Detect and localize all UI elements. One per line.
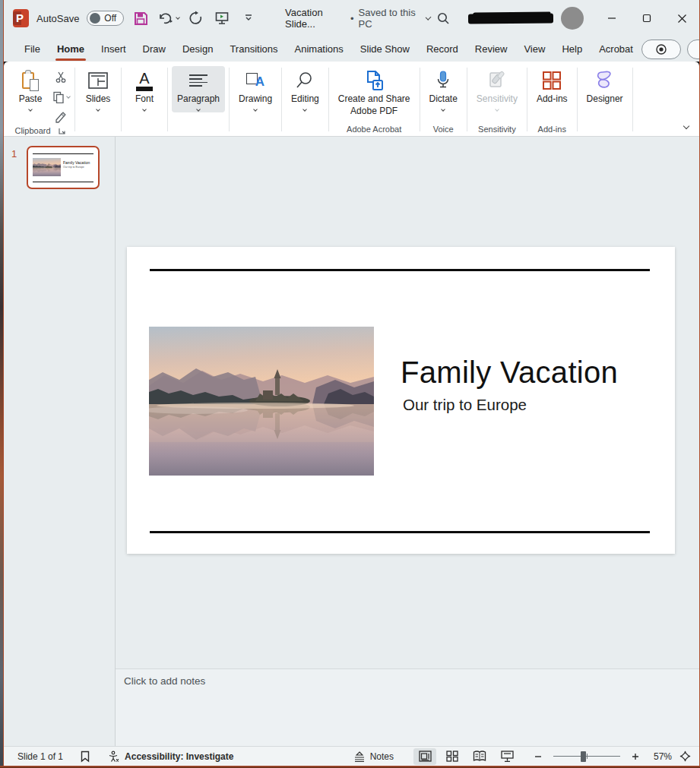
slide-image[interactable] <box>149 327 374 476</box>
editing-button[interactable]: Editing <box>286 66 325 112</box>
thumb-subtitle: Our trip to Europe <box>63 166 84 169</box>
slide-top-rule[interactable] <box>150 269 650 271</box>
drawing-button[interactable]: A Drawing <box>233 66 277 112</box>
slide-subtitle[interactable]: Our trip to Europe <box>403 396 527 414</box>
lake-photo <box>149 327 374 476</box>
collapse-ribbon-button[interactable] <box>684 118 689 131</box>
designer-button[interactable]: Designer <box>581 66 629 106</box>
slide-canvas[interactable]: Family Vacation Our trip to Europe <box>127 247 675 554</box>
tab-view[interactable]: View <box>515 39 553 59</box>
ribbon-tab-row: File Home Insert Draw Design Transitions… <box>4 36 699 62</box>
zoom-in-button[interactable] <box>629 751 641 763</box>
editing-label: Editing <box>291 93 319 104</box>
group-font: A Font <box>122 65 166 136</box>
sensitivity-button: Sensitivity <box>471 66 523 112</box>
search-button[interactable] <box>430 5 456 31</box>
user-avatar[interactable] <box>561 7 584 30</box>
minimize-button[interactable] <box>594 3 629 33</box>
doc-name: Vacation Slide... <box>285 7 346 30</box>
present-in-teams-button[interactable] <box>687 40 700 59</box>
clipboard-group-label: Clipboard <box>14 126 50 135</box>
reading-view-icon <box>473 751 486 762</box>
autosave-toggle[interactable]: Off <box>87 11 124 26</box>
group-separator <box>527 68 527 131</box>
start-slideshow-button[interactable] <box>213 8 231 29</box>
panel-divider[interactable] <box>115 137 116 746</box>
group-voice: Dictate Voice <box>421 65 466 136</box>
powerpoint-logo-icon[interactable] <box>13 9 29 27</box>
zoom-out-button[interactable] <box>532 751 544 763</box>
tab-file[interactable]: File <box>16 39 49 59</box>
paragraph-button[interactable]: Paragraph <box>172 66 225 112</box>
font-chevron-icon <box>142 107 147 112</box>
zoom-slider-thumb[interactable] <box>581 751 586 762</box>
notes-pane[interactable]: Click to add notes <box>116 668 699 746</box>
reading-view-button[interactable] <box>468 748 491 765</box>
proofing-icon <box>80 751 90 763</box>
sensitivity-icon <box>487 69 507 92</box>
fit-slide-button[interactable] <box>676 751 693 763</box>
tab-insert[interactable]: Insert <box>93 39 135 59</box>
dialog-launcher-icon <box>59 128 65 134</box>
titlebar-right <box>430 3 699 33</box>
tab-draw[interactable]: Draw <box>135 39 174 59</box>
clipboard-dialog-launcher[interactable] <box>57 125 68 136</box>
slides-button[interactable]: Slides <box>79 66 117 112</box>
group-separator <box>328 68 329 131</box>
close-icon <box>677 14 687 24</box>
create-adobe-pdf-button[interactable]: Create and Share Adobe PDF <box>333 66 416 118</box>
sensitivity-label: Sensitivity <box>477 93 518 104</box>
notes-toggle-button[interactable]: Notes <box>350 750 397 763</box>
thumb-image <box>33 158 61 176</box>
format-painter-button[interactable] <box>51 109 71 125</box>
maximize-button[interactable] <box>629 3 664 33</box>
close-button[interactable] <box>664 3 699 33</box>
slideshow-view-icon <box>501 751 514 762</box>
dictate-button[interactable]: Dictate <box>424 66 463 112</box>
tab-record[interactable]: Record <box>418 39 467 59</box>
font-button[interactable]: A Font <box>125 66 163 112</box>
addins-button[interactable]: Add-ins <box>531 66 573 106</box>
notes-placeholder[interactable]: Click to add notes <box>124 675 205 687</box>
save-button[interactable] <box>131 8 150 29</box>
document-title[interactable]: Vacation Slide... • Saved to this PC <box>285 7 430 30</box>
statusbar-left: Slide 1 of 1 Accessibility: Investigate <box>4 749 236 764</box>
zoom-slider[interactable] <box>553 756 620 757</box>
title-separator: • <box>350 13 354 24</box>
cut-button[interactable] <box>51 69 71 86</box>
tab-review[interactable]: Review <box>467 39 516 59</box>
repeat-button[interactable] <box>187 8 205 29</box>
accessibility-checker[interactable]: Accessibility: Investigate <box>104 749 236 764</box>
slideshow-icon <box>214 11 230 26</box>
paste-button[interactable]: Paste <box>11 66 49 112</box>
undo-dropdown-chevron-icon[interactable] <box>176 15 180 20</box>
paragraph-label: Paragraph <box>177 93 220 104</box>
slide-bottom-rule[interactable] <box>150 531 650 533</box>
tab-help[interactable]: Help <box>553 39 591 59</box>
record-button[interactable] <box>641 40 681 59</box>
editing-chevron-icon <box>303 107 308 112</box>
tab-acrobat[interactable]: Acrobat <box>591 39 641 59</box>
proofing-button[interactable] <box>77 749 93 764</box>
paste-chevron-icon <box>28 107 33 112</box>
titlebar: AutoSave Off <box>4 0 699 36</box>
group-designer: Designer <box>578 65 632 136</box>
tab-transitions[interactable]: Transitions <box>221 39 286 59</box>
zoom-level[interactable]: 57% <box>646 751 672 762</box>
undo-button[interactable] <box>158 8 179 29</box>
tab-animations[interactable]: Animations <box>287 39 352 59</box>
tab-slide-show[interactable]: Slide Show <box>352 39 418 59</box>
group-separator <box>281 68 282 131</box>
slideshow-view-button[interactable] <box>496 748 518 765</box>
tab-home[interactable]: Home <box>49 39 93 59</box>
group-separator <box>74 68 75 131</box>
slide-thumbnail[interactable]: Family Vacation Our trip to Europe <box>27 146 100 189</box>
slide-indicator[interactable]: Slide 1 of 1 <box>14 750 66 763</box>
copy-button[interactable] <box>51 89 71 106</box>
slide-sorter-view-button[interactable] <box>441 748 464 765</box>
tab-design[interactable]: Design <box>174 39 221 59</box>
customize-qat-button[interactable] <box>239 8 258 29</box>
slide-title[interactable]: Family Vacation <box>401 356 618 390</box>
adobe-pdf-icon <box>364 69 384 92</box>
normal-view-button[interactable] <box>413 748 436 765</box>
